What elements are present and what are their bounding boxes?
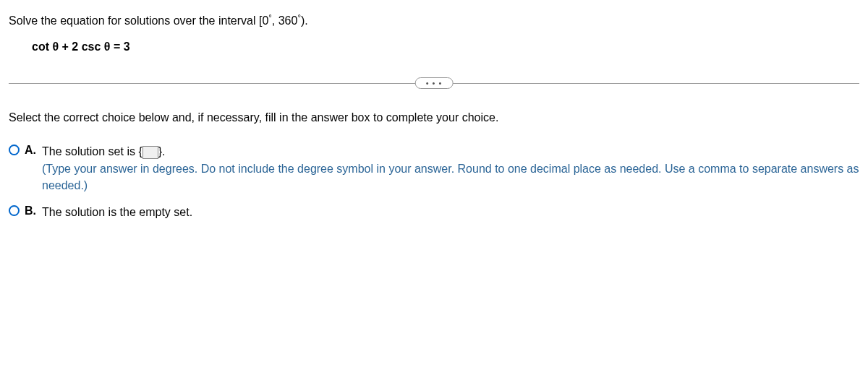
prompt-text-2: , 360 [272,14,298,27]
equation-text: cot θ + 2 csc θ = 3 [32,40,859,53]
choice-b-text: The solution is the empty set. [42,206,192,218]
choice-b-body: The solution is the empty set. [42,204,859,220]
choice-a-letter: A. [25,143,42,157]
choice-a-body: The solution set is {}. (Type your answe… [42,143,859,194]
choice-a-row: A. The solution set is {}. (Type your an… [9,143,859,194]
choice-a-text-after: }. [158,145,166,158]
divider: • • • [9,75,859,91]
radio-a[interactable] [9,145,20,155]
radio-wrap-a [9,143,25,155]
prompt-text-1: Solve the equation for solutions over th… [9,14,268,27]
question-prompt: Solve the equation for solutions over th… [9,13,859,27]
instruction-text: Select the correct choice below and, if … [9,111,859,124]
radio-wrap-b [9,204,25,216]
choice-b-letter: B. [25,204,42,217]
expand-button[interactable]: • • • [415,77,454,89]
answer-input-a[interactable] [142,146,158,159]
radio-b[interactable] [9,205,20,216]
choice-b-row: B. The solution is the empty set. [9,204,859,220]
choice-a-text-before: The solution set is { [42,145,142,158]
choice-a-hint: (Type your answer in degrees. Do not inc… [42,163,859,191]
prompt-text-3: ). [301,14,308,27]
